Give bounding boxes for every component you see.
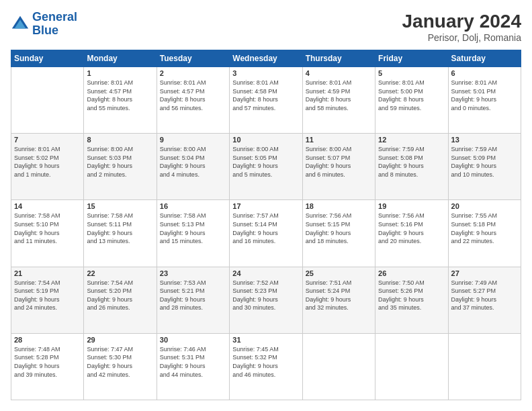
day-info: Sunrise: 7:52 AM Sunset: 5:23 PM Dayligh…	[232, 279, 299, 312]
calendar-day-cell: 14Sunrise: 7:58 AM Sunset: 5:10 PM Dayli…	[11, 200, 84, 267]
calendar-header-cell: Tuesday	[157, 50, 229, 67]
calendar-day-cell: 31Sunrise: 7:45 AM Sunset: 5:32 PM Dayli…	[230, 333, 302, 400]
day-number: 1	[87, 69, 153, 77]
calendar-week-row: 28Sunrise: 7:48 AM Sunset: 5:28 PM Dayli…	[11, 333, 521, 400]
day-info: Sunrise: 7:54 AM Sunset: 5:20 PM Dayligh…	[87, 279, 153, 312]
day-info: Sunrise: 7:49 AM Sunset: 5:27 PM Dayligh…	[451, 279, 518, 312]
day-info: Sunrise: 8:01 AM Sunset: 4:57 PM Dayligh…	[87, 79, 153, 112]
logo-line1: General	[32, 10, 77, 24]
day-info: Sunrise: 7:47 AM Sunset: 5:30 PM Dayligh…	[87, 345, 153, 379]
calendar-day-cell: 28Sunrise: 7:48 AM Sunset: 5:28 PM Dayli…	[11, 333, 84, 400]
day-info: Sunrise: 7:51 AM Sunset: 5:24 PM Dayligh…	[306, 279, 372, 312]
calendar-day-cell	[302, 333, 375, 400]
day-info: Sunrise: 7:59 AM Sunset: 5:08 PM Dayligh…	[378, 145, 445, 179]
calendar-header-cell: Wednesday	[230, 50, 302, 67]
calendar-day-cell: 7Sunrise: 8:01 AM Sunset: 5:02 PM Daylig…	[11, 134, 84, 200]
day-number: 6	[451, 69, 518, 77]
day-info: Sunrise: 7:57 AM Sunset: 5:14 PM Dayligh…	[232, 212, 299, 245]
day-info: Sunrise: 7:54 AM Sunset: 5:19 PM Dayligh…	[14, 279, 81, 312]
day-number: 9	[160, 136, 226, 144]
day-info: Sunrise: 7:58 AM Sunset: 5:13 PM Dayligh…	[160, 212, 226, 245]
day-info: Sunrise: 8:01 AM Sunset: 5:02 PM Dayligh…	[14, 145, 81, 179]
day-number: 29	[87, 336, 153, 344]
calendar-day-cell: 18Sunrise: 7:56 AM Sunset: 5:15 PM Dayli…	[302, 200, 375, 267]
day-number: 19	[378, 202, 445, 210]
calendar-header-cell: Friday	[375, 50, 448, 67]
header: General Blue January 2024 Perisor, Dolj,…	[11, 11, 521, 43]
day-info: Sunrise: 7:46 AM Sunset: 5:31 PM Dayligh…	[160, 345, 226, 379]
day-number: 31	[232, 336, 299, 344]
calendar-day-cell: 22Sunrise: 7:54 AM Sunset: 5:20 PM Dayli…	[84, 267, 157, 333]
day-number: 16	[160, 202, 226, 210]
day-number: 14	[14, 202, 81, 210]
logo-line2: Blue	[32, 24, 58, 37]
day-info: Sunrise: 7:45 AM Sunset: 5:32 PM Dayligh…	[232, 345, 299, 379]
day-info: Sunrise: 8:01 AM Sunset: 4:59 PM Dayligh…	[306, 79, 372, 112]
day-info: Sunrise: 7:58 AM Sunset: 5:11 PM Dayligh…	[87, 212, 153, 245]
calendar-week-row: 21Sunrise: 7:54 AM Sunset: 5:19 PM Dayli…	[11, 267, 521, 333]
calendar-day-cell: 17Sunrise: 7:57 AM Sunset: 5:14 PM Dayli…	[230, 200, 302, 267]
day-info: Sunrise: 8:01 AM Sunset: 4:57 PM Dayligh…	[160, 79, 226, 112]
calendar-header-cell: Saturday	[448, 50, 521, 67]
calendar-day-cell: 27Sunrise: 7:49 AM Sunset: 5:27 PM Dayli…	[448, 267, 521, 333]
calendar-day-cell: 15Sunrise: 7:58 AM Sunset: 5:11 PM Dayli…	[84, 200, 157, 267]
day-info: Sunrise: 8:01 AM Sunset: 5:00 PM Dayligh…	[378, 79, 445, 112]
day-info: Sunrise: 7:58 AM Sunset: 5:10 PM Dayligh…	[14, 212, 81, 245]
page: General Blue January 2024 Perisor, Dolj,…	[0, 0, 532, 411]
calendar-day-cell: 16Sunrise: 7:58 AM Sunset: 5:13 PM Dayli…	[157, 200, 229, 267]
calendar-day-cell	[375, 333, 448, 400]
calendar-header-cell: Sunday	[11, 50, 84, 67]
calendar-day-cell: 9Sunrise: 8:00 AM Sunset: 5:04 PM Daylig…	[157, 134, 229, 200]
calendar-header-cell: Thursday	[302, 50, 375, 67]
calendar-header-row: SundayMondayTuesdayWednesdayThursdayFrid…	[11, 50, 521, 67]
calendar-day-cell: 8Sunrise: 8:00 AM Sunset: 5:03 PM Daylig…	[84, 134, 157, 200]
day-info: Sunrise: 7:55 AM Sunset: 5:18 PM Dayligh…	[451, 212, 518, 245]
day-number: 3	[232, 69, 299, 77]
calendar-day-cell: 5Sunrise: 8:01 AM Sunset: 5:00 PM Daylig…	[375, 67, 448, 134]
day-number: 17	[232, 202, 299, 210]
calendar-day-cell: 12Sunrise: 7:59 AM Sunset: 5:08 PM Dayli…	[375, 134, 448, 200]
calendar-day-cell	[448, 333, 521, 400]
calendar-day-cell: 29Sunrise: 7:47 AM Sunset: 5:30 PM Dayli…	[84, 333, 157, 400]
calendar-day-cell: 20Sunrise: 7:55 AM Sunset: 5:18 PM Dayli…	[448, 200, 521, 267]
day-number: 2	[160, 69, 226, 77]
calendar-day-cell: 25Sunrise: 7:51 AM Sunset: 5:24 PM Dayli…	[302, 267, 375, 333]
calendar-week-row: 7Sunrise: 8:01 AM Sunset: 5:02 PM Daylig…	[11, 134, 521, 200]
main-title: January 2024	[402, 11, 521, 32]
calendar-day-cell: 3Sunrise: 8:01 AM Sunset: 4:58 PM Daylig…	[230, 67, 302, 134]
logo-text: General Blue	[32, 11, 77, 38]
calendar-day-cell: 13Sunrise: 7:59 AM Sunset: 5:09 PM Dayli…	[448, 134, 521, 200]
day-number: 5	[378, 69, 445, 77]
day-number: 25	[306, 269, 372, 277]
calendar-day-cell: 11Sunrise: 8:00 AM Sunset: 5:07 PM Dayli…	[302, 134, 375, 200]
day-info: Sunrise: 8:00 AM Sunset: 5:03 PM Dayligh…	[87, 145, 153, 179]
calendar-day-cell: 30Sunrise: 7:46 AM Sunset: 5:31 PM Dayli…	[157, 333, 229, 400]
calendar-day-cell: 26Sunrise: 7:50 AM Sunset: 5:26 PM Dayli…	[375, 267, 448, 333]
day-number: 18	[306, 202, 372, 210]
day-info: Sunrise: 8:00 AM Sunset: 5:05 PM Dayligh…	[232, 145, 299, 179]
day-info: Sunrise: 7:48 AM Sunset: 5:28 PM Dayligh…	[14, 345, 81, 379]
day-number: 10	[232, 136, 299, 144]
day-number: 30	[160, 336, 226, 344]
day-info: Sunrise: 8:01 AM Sunset: 4:58 PM Dayligh…	[232, 79, 299, 112]
calendar-week-row: 1Sunrise: 8:01 AM Sunset: 4:57 PM Daylig…	[11, 67, 521, 134]
day-number: 22	[87, 269, 153, 277]
calendar-day-cell: 1Sunrise: 8:01 AM Sunset: 4:57 PM Daylig…	[84, 67, 157, 134]
subtitle: Perisor, Dolj, Romania	[402, 32, 521, 43]
day-number: 21	[14, 269, 81, 277]
day-number: 8	[87, 136, 153, 144]
calendar-day-cell: 10Sunrise: 8:00 AM Sunset: 5:05 PM Dayli…	[230, 134, 302, 200]
day-number: 27	[451, 269, 518, 277]
day-info: Sunrise: 8:00 AM Sunset: 5:07 PM Dayligh…	[306, 145, 372, 179]
day-number: 26	[378, 269, 445, 277]
day-number: 23	[160, 269, 226, 277]
day-number: 4	[306, 69, 372, 77]
day-number: 12	[378, 136, 445, 144]
day-number: 28	[14, 336, 81, 344]
calendar-week-row: 14Sunrise: 7:58 AM Sunset: 5:10 PM Dayli…	[11, 200, 521, 267]
calendar-day-cell: 19Sunrise: 7:56 AM Sunset: 5:16 PM Dayli…	[375, 200, 448, 267]
day-number: 15	[87, 202, 153, 210]
day-number: 24	[232, 269, 299, 277]
day-number: 13	[451, 136, 518, 144]
calendar-day-cell: 4Sunrise: 8:01 AM Sunset: 4:59 PM Daylig…	[302, 67, 375, 134]
